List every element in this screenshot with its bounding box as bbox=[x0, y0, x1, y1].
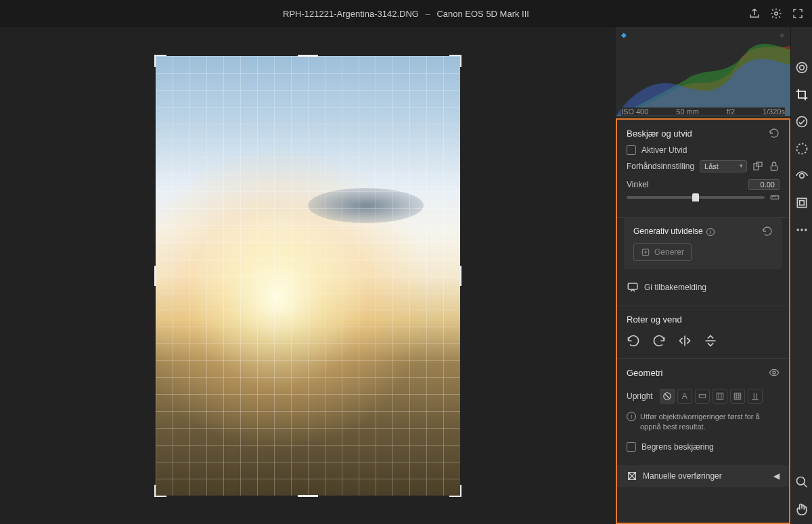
crop-section: Beskjær og utvid Aktiver Utvid Forhåndsi… bbox=[617, 120, 789, 218]
crop-handle-tr[interactable] bbox=[449, 55, 461, 67]
svg-rect-9 bbox=[699, 395, 705, 398]
info-icon[interactable]: i bbox=[706, 228, 715, 236]
enable-expand-label: Aktiver Utvid bbox=[641, 145, 687, 155]
hand-tool-icon[interactable] bbox=[795, 502, 809, 516]
main-area: ◆ ◆ ISO 400 50 mm f/2 1/320s Beskjæ bbox=[0, 27, 812, 524]
svg-rect-6 bbox=[628, 283, 637, 289]
document-title: RPH-121221-Argentina-3142.DNG – Canon EO… bbox=[283, 9, 529, 19]
more-tools-icon[interactable] bbox=[795, 223, 809, 237]
shadow-clip-indicator[interactable]: ◆ bbox=[621, 31, 627, 39]
svg-point-16 bbox=[796, 144, 807, 154]
svg-rect-18 bbox=[797, 198, 806, 207]
lock-icon[interactable] bbox=[769, 161, 780, 172]
highlight-clip-indicator[interactable]: ◆ bbox=[780, 31, 785, 39]
swap-orientation-icon[interactable] bbox=[752, 161, 763, 172]
svg-rect-11 bbox=[734, 393, 740, 399]
top-bar: RPH-121221-Argentina-3142.DNG – Canon EO… bbox=[0, 0, 812, 27]
manual-label: Manuelle overføringer bbox=[643, 471, 722, 481]
svg-point-17 bbox=[799, 174, 804, 178]
filename: RPH-121221-Argentina-3142.DNG bbox=[283, 9, 419, 19]
mask-tool-icon[interactable] bbox=[795, 142, 809, 156]
svg-rect-19 bbox=[799, 201, 804, 206]
meta-shutter: 1/320s bbox=[763, 108, 785, 116]
image-crop-frame[interactable] bbox=[156, 56, 460, 496]
preset-label: Forhåndsinnstilling bbox=[627, 162, 694, 171]
upright-off-icon[interactable] bbox=[660, 389, 675, 404]
camera-model: Canon EOS 5D Mark III bbox=[436, 9, 529, 19]
svg-rect-2 bbox=[757, 162, 762, 166]
reset-crop-icon[interactable] bbox=[769, 128, 780, 139]
generative-section: Generativ utvidelse i Generer bbox=[624, 218, 782, 269]
histogram[interactable]: ◆ ◆ ISO 400 50 mm f/2 1/320s bbox=[616, 27, 790, 118]
upright-level-icon[interactable] bbox=[695, 389, 710, 404]
crop-handle-top[interactable] bbox=[298, 55, 318, 57]
topbar-actions bbox=[748, 7, 804, 20]
exposure-metadata: ISO 400 50 mm f/2 1/320s bbox=[621, 108, 785, 116]
crop-title: Beskjær og utvid bbox=[627, 128, 692, 139]
meta-iso: ISO 400 bbox=[621, 108, 648, 116]
settings-icon[interactable] bbox=[770, 7, 782, 20]
crop-handle-br[interactable] bbox=[449, 485, 461, 497]
transform-icon bbox=[627, 471, 637, 481]
generate-label: Generer bbox=[654, 247, 684, 257]
svg-rect-4 bbox=[771, 196, 779, 199]
tip-info-icon: i bbox=[627, 412, 636, 421]
crop-handle-tl[interactable] bbox=[154, 55, 166, 67]
heal-tool-icon[interactable] bbox=[795, 115, 809, 128]
meta-aperture: f/2 bbox=[727, 108, 735, 116]
svg-point-22 bbox=[805, 229, 807, 231]
svg-point-7 bbox=[773, 371, 775, 374]
panel-scroll[interactable]: Beskjær og utvid Aktiver Utvid Forhåndsi… bbox=[616, 118, 790, 524]
constrain-crop-checkbox[interactable] bbox=[627, 442, 636, 452]
zoom-tool-icon[interactable] bbox=[795, 475, 809, 489]
rotate-ccw-icon[interactable] bbox=[627, 334, 640, 348]
crop-handle-bl[interactable] bbox=[154, 485, 166, 497]
enable-expand-checkbox[interactable] bbox=[627, 145, 636, 155]
geometry-title: Geometri bbox=[627, 368, 662, 378]
upright-vertical-icon[interactable] bbox=[713, 389, 727, 404]
svg-point-20 bbox=[796, 229, 798, 231]
panels: ◆ ◆ ISO 400 50 mm f/2 1/320s Beskjæ bbox=[616, 27, 790, 524]
svg-point-14 bbox=[796, 63, 807, 73]
svg-point-21 bbox=[800, 229, 803, 231]
generate-button[interactable]: Generer bbox=[633, 243, 692, 261]
straighten-tool-icon[interactable] bbox=[770, 193, 780, 202]
reset-gen-icon[interactable] bbox=[762, 226, 773, 237]
rotate-section: Roter og vend bbox=[617, 306, 789, 359]
title-separator: – bbox=[426, 9, 430, 19]
geometry-tip: Utfør objektivkorrigeringer først for å … bbox=[640, 412, 780, 433]
crop-handle-right[interactable] bbox=[459, 266, 461, 286]
angle-slider[interactable] bbox=[627, 196, 765, 199]
preset-select[interactable]: Låst bbox=[700, 160, 747, 172]
fullscreen-icon[interactable] bbox=[792, 7, 804, 20]
angle-value[interactable]: 0.00 bbox=[748, 179, 780, 190]
presets-tool-icon[interactable] bbox=[795, 196, 809, 210]
svg-rect-3 bbox=[771, 166, 777, 170]
svg-rect-10 bbox=[717, 393, 723, 399]
svg-point-23 bbox=[796, 477, 805, 485]
canvas[interactable] bbox=[0, 27, 616, 524]
gen-title: Generativ utvidelse i bbox=[633, 227, 715, 236]
crop-handle-left[interactable] bbox=[154, 266, 156, 286]
redeye-tool-icon[interactable] bbox=[795, 169, 809, 183]
flip-vertical-icon[interactable] bbox=[704, 334, 717, 348]
feedback-link[interactable]: Gi tilbakemelding bbox=[627, 279, 780, 296]
upright-auto-icon[interactable]: A bbox=[677, 389, 692, 404]
edit-tool-icon[interactable] bbox=[795, 61, 809, 74]
angle-label: Vinkel bbox=[627, 180, 648, 189]
collapse-left-icon: ◀ bbox=[773, 471, 780, 481]
flip-horizontal-icon[interactable] bbox=[678, 334, 692, 348]
angle-thumb[interactable] bbox=[692, 193, 699, 201]
constrain-crop-label: Begrens beskjæring bbox=[641, 442, 714, 452]
svg-point-13 bbox=[799, 66, 804, 70]
crop-handle-bottom[interactable] bbox=[298, 495, 318, 497]
rotate-title: Roter og vend bbox=[627, 314, 682, 325]
export-icon[interactable] bbox=[748, 7, 761, 20]
rotate-cw-icon[interactable] bbox=[652, 334, 666, 348]
upright-guided-icon[interactable] bbox=[748, 389, 763, 404]
tool-strip bbox=[790, 27, 812, 524]
crop-tool-icon[interactable] bbox=[795, 88, 809, 101]
visibility-icon[interactable] bbox=[769, 367, 780, 378]
upright-full-icon[interactable] bbox=[730, 389, 745, 404]
manual-transforms-toggle[interactable]: Manuelle overføringer ◀ bbox=[617, 465, 789, 487]
